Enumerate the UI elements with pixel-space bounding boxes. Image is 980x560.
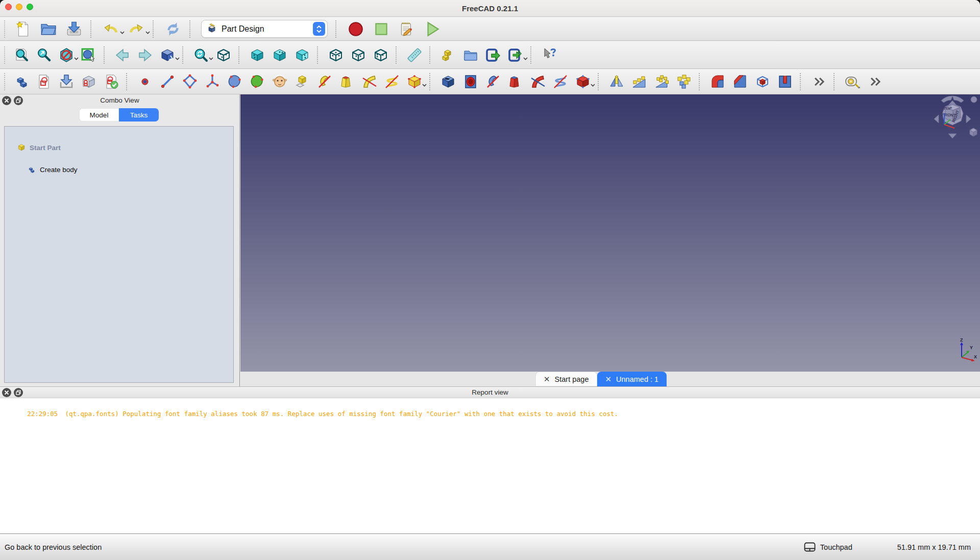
create-body-task[interactable]: Create body <box>5 152 233 174</box>
datum-plane-button[interactable] <box>179 71 201 92</box>
create-group-button[interactable] <box>459 44 482 66</box>
overflow-button[interactable] <box>807 71 830 92</box>
zoom-sync-button[interactable] <box>190 44 212 66</box>
map-sketch-button[interactable] <box>78 71 100 92</box>
datum-point-button[interactable] <box>134 71 156 92</box>
workbench-selector[interactable]: Part Design <box>201 20 328 38</box>
nav-style-button[interactable] <box>156 44 179 66</box>
arrow-left[interactable] <box>934 115 939 123</box>
dropdown-chevron-icon[interactable] <box>523 54 528 62</box>
validate-sketch-button[interactable] <box>100 71 122 92</box>
subtractive-loft-button[interactable] <box>504 71 527 92</box>
pocket-button[interactable] <box>437 71 459 92</box>
navigation-cube[interactable]: TOP FRONT RIGHT <box>926 93 979 142</box>
view-bottom-button[interactable] <box>347 44 370 66</box>
toolbar-separator <box>834 73 839 90</box>
view-rear-button[interactable] <box>325 44 347 66</box>
view-right-button[interactable] <box>291 44 313 66</box>
fit-all-button[interactable] <box>10 44 33 66</box>
nav-forward-button[interactable] <box>134 44 156 66</box>
view-menu-button[interactable] <box>971 96 977 103</box>
additive-pipe-button[interactable] <box>358 71 381 92</box>
edit-sketch-button[interactable] <box>55 71 78 92</box>
view-left-button[interactable] <box>370 44 392 66</box>
refresh-button[interactable] <box>160 18 186 40</box>
additive-helix-button[interactable] <box>381 71 403 92</box>
input-device-indicator[interactable]: Touchpad <box>804 542 852 552</box>
fillet-button[interactable] <box>706 71 729 92</box>
input-device-label: Touchpad <box>820 543 852 551</box>
mirrored-button[interactable] <box>605 71 628 92</box>
draft-button[interactable] <box>751 71 774 92</box>
toolbar-drag-handle[interactable] <box>4 20 7 38</box>
tab-unnamed-1[interactable]: ✕ Unnamed : 1 <box>597 372 667 386</box>
whats-this-button[interactable] <box>538 44 560 66</box>
hole-button[interactable] <box>459 71 482 92</box>
measure-ruler-button[interactable] <box>403 44 426 66</box>
thickness-button[interactable] <box>774 71 796 92</box>
chamfer-button[interactable] <box>729 71 751 92</box>
subtractive-helix-button[interactable] <box>549 71 572 92</box>
cube-face-top-label[interactable]: TOP <box>943 106 953 111</box>
subtractive-box-button[interactable] <box>572 71 594 92</box>
undo-button[interactable] <box>98 18 124 40</box>
open-button[interactable] <box>36 18 61 40</box>
dropdown-chevron-icon[interactable] <box>422 81 427 88</box>
pad-button[interactable] <box>291 71 313 92</box>
arrow-right[interactable] <box>966 115 971 123</box>
clipping-button[interactable] <box>55 44 78 66</box>
create-sketch-button[interactable] <box>33 71 55 92</box>
make-sub-link-button[interactable] <box>504 44 527 66</box>
dropdown-chevron-icon[interactable] <box>145 28 150 36</box>
local-cs-button[interactable] <box>201 71 224 92</box>
dropdown-stepper-icon[interactable] <box>313 22 325 36</box>
make-link-button[interactable] <box>482 44 504 66</box>
macro-edit-button[interactable] <box>394 18 420 40</box>
macro-play-button[interactable] <box>420 18 445 40</box>
view-isometric-button[interactable] <box>212 44 235 66</box>
macro-record-button[interactable] <box>343 18 369 40</box>
clone-button[interactable] <box>268 71 291 92</box>
linear-pattern-button[interactable] <box>628 71 650 92</box>
report-log[interactable]: 22:29:05(qt.qpa.fonts) Populating font f… <box>0 398 980 429</box>
measure-tape-button[interactable] <box>841 71 864 92</box>
save-button[interactable] <box>61 18 87 40</box>
tab-start-page[interactable]: ✕ Start page <box>535 372 597 386</box>
rotate-left-arrow[interactable] <box>941 96 952 103</box>
tab-tasks[interactable]: Tasks <box>119 108 159 121</box>
datum-line-button[interactable] <box>156 71 179 92</box>
dropdown-chevron-icon[interactable] <box>591 81 595 88</box>
dropdown-chevron-icon[interactable] <box>175 54 180 62</box>
datum-point-icon <box>137 74 153 90</box>
fit-selection-button[interactable] <box>33 44 55 66</box>
3d-viewport[interactable]: TOP FRONT RIGHT Z Y X <box>240 94 980 372</box>
log-timestamp: 22:29:05 <box>27 410 58 418</box>
macro-stop-button[interactable] <box>369 18 394 40</box>
arrow-down[interactable] <box>948 134 957 138</box>
multi-transform-button[interactable] <box>673 71 695 92</box>
close-tab-icon[interactable]: ✕ <box>544 375 550 383</box>
view-front-button[interactable] <box>246 44 268 66</box>
revolution-button[interactable] <box>313 71 336 92</box>
groove-button[interactable] <box>482 71 504 92</box>
view-top-button[interactable] <box>268 44 291 66</box>
overflow-2-button[interactable] <box>864 71 886 92</box>
create-group-icon <box>462 47 479 63</box>
polar-pattern-button[interactable] <box>650 71 673 92</box>
box-selection-button[interactable] <box>78 44 100 66</box>
tab-model[interactable]: Model <box>79 108 119 121</box>
close-tab-icon[interactable]: ✕ <box>605 375 612 383</box>
shapebinder-button[interactable] <box>224 71 246 92</box>
create-part-button[interactable] <box>437 44 459 66</box>
additive-box-button[interactable] <box>403 71 426 92</box>
toolbar-drag-handle[interactable] <box>4 46 7 64</box>
subtractive-pipe-button[interactable] <box>527 71 549 92</box>
redo-button[interactable] <box>124 18 149 40</box>
new-button[interactable] <box>10 18 36 40</box>
toolbar-drag-handle[interactable] <box>4 73 7 90</box>
additive-loft-button[interactable] <box>336 71 358 92</box>
sub-shapebinder-button[interactable] <box>246 71 268 92</box>
create-body-button[interactable] <box>10 71 33 92</box>
nav-back-button[interactable] <box>111 44 134 66</box>
rotate-right-arrow[interactable] <box>952 96 964 103</box>
